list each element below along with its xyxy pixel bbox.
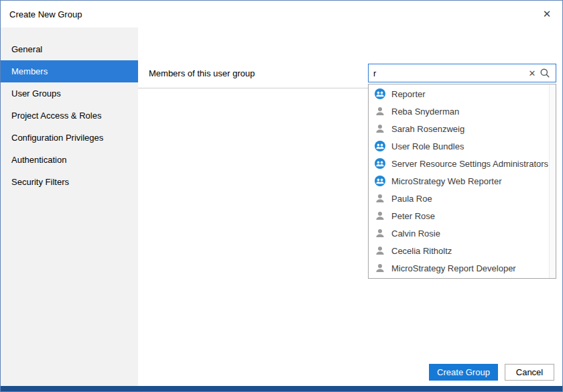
list-item[interactable]: Sarah Rosenzweig (369, 120, 549, 137)
sidebar-item-project-access-roles[interactable]: Project Access & Roles (1, 105, 138, 127)
group-icon (375, 141, 385, 151)
list-item-label: Calvin Rosie (391, 228, 440, 239)
suggestion-list: Reporter Reba Snyderman Sarah Rosenzweig… (369, 84, 549, 278)
group-icon (375, 88, 385, 99)
sidebar-item-general[interactable]: General (1, 38, 138, 60)
group-icon (375, 158, 385, 169)
user-icon (375, 193, 385, 204)
user-icon (375, 106, 385, 117)
list-item-label: Server Resource Settings Administrators (391, 159, 548, 169)
list-item-label: User Role Bundles (391, 141, 464, 151)
list-item-label: MicroStrategy Web Reporter (391, 176, 502, 186)
list-item-label: Peter Rose (391, 211, 435, 221)
create-group-button[interactable]: Create Group (429, 364, 498, 381)
list-item-label: Cecelia Ritholtz (391, 246, 452, 256)
list-item[interactable]: Calvin Rosie (369, 224, 549, 242)
magnifier-icon[interactable] (538, 66, 552, 80)
list-item[interactable]: Reporter (369, 85, 549, 103)
list-item-label: MicroStrategy Report Developer (391, 263, 516, 273)
sidebar-item-authentication[interactable]: Authentication (1, 149, 138, 171)
member-search-input[interactable] (373, 68, 526, 78)
list-item[interactable]: Server Resource Settings Administrators (369, 155, 549, 172)
user-icon (375, 123, 385, 134)
user-icon (375, 228, 385, 239)
sidebar-item-configuration-privileges[interactable]: Configuration Privileges (1, 127, 138, 149)
member-search-box: ✕ (368, 64, 556, 82)
list-item-label: Reporter (391, 89, 426, 99)
list-item-label: Paula Roe (391, 194, 432, 204)
list-item[interactable]: Cecelia Ritholtz (369, 242, 549, 259)
sidebar: General Members User Groups Project Acce… (1, 27, 138, 386)
list-item[interactable]: MicroStrategy Report Developer (369, 259, 549, 277)
user-icon (375, 210, 385, 221)
main-panel: Members of this user group ✕ Reporter (138, 27, 562, 386)
members-of-group-label: Members of this user group (149, 68, 255, 78)
sidebar-item-security-filters[interactable]: Security Filters (1, 171, 138, 193)
dialog-title: Create New Group (1, 9, 82, 19)
dropdown-scrollbar[interactable] (549, 84, 556, 278)
list-item[interactable]: Paula Roe (369, 190, 549, 207)
create-new-group-dialog: Create New Group ✕ General Members User … (0, 0, 563, 392)
sidebar-item-members[interactable]: Members (1, 60, 138, 82)
user-icon (375, 263, 385, 273)
close-icon[interactable]: ✕ (531, 1, 562, 27)
title-bar: Create New Group ✕ (1, 1, 562, 27)
clear-search-icon[interactable]: ✕ (526, 68, 538, 78)
dialog-footer: Create Group Cancel (429, 364, 554, 381)
list-item-label: Sarah Rosenzweig (391, 124, 464, 134)
list-item[interactable]: Reba Snyderman (369, 103, 549, 120)
cancel-button[interactable]: Cancel (505, 364, 554, 381)
group-icon (375, 176, 385, 186)
window-bottom-border (1, 386, 562, 391)
search-suggestions-dropdown: Reporter Reba Snyderman Sarah Rosenzweig… (368, 84, 556, 279)
sidebar-item-user-groups[interactable]: User Groups (1, 82, 138, 105)
list-item[interactable]: User Role Bundles (369, 137, 549, 155)
user-icon (375, 245, 385, 256)
list-item-label: Reba Snyderman (391, 107, 459, 117)
list-item[interactable]: Peter Rose (369, 207, 549, 224)
list-item[interactable]: MicroStrategy Web Reporter (369, 172, 549, 190)
